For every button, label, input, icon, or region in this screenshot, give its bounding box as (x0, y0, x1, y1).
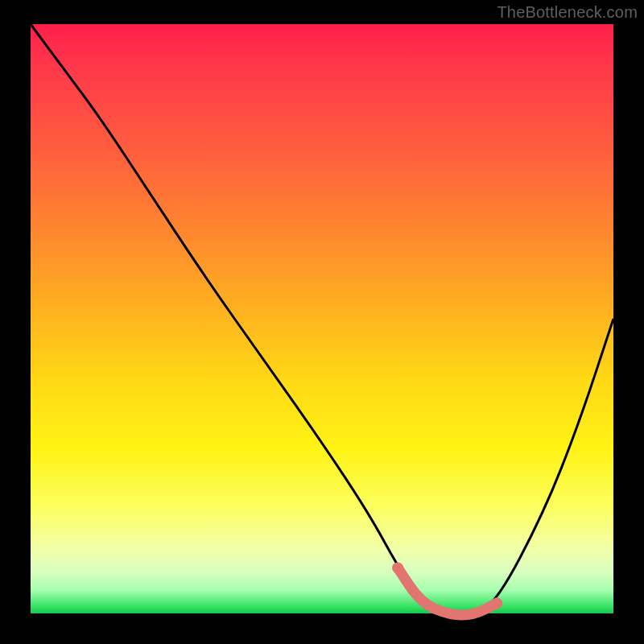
trough-highlight (392, 562, 502, 615)
trough-band (398, 568, 497, 615)
watermark-text: TheBottleneck.com (497, 3, 638, 22)
chart-svg (31, 24, 613, 613)
trough-cap-right (491, 597, 502, 609)
bottleneck-curve (31, 24, 613, 613)
chart-frame: TheBottleneck.com (0, 0, 644, 644)
trough-cap-left (392, 562, 403, 573)
curve-line (31, 24, 613, 613)
